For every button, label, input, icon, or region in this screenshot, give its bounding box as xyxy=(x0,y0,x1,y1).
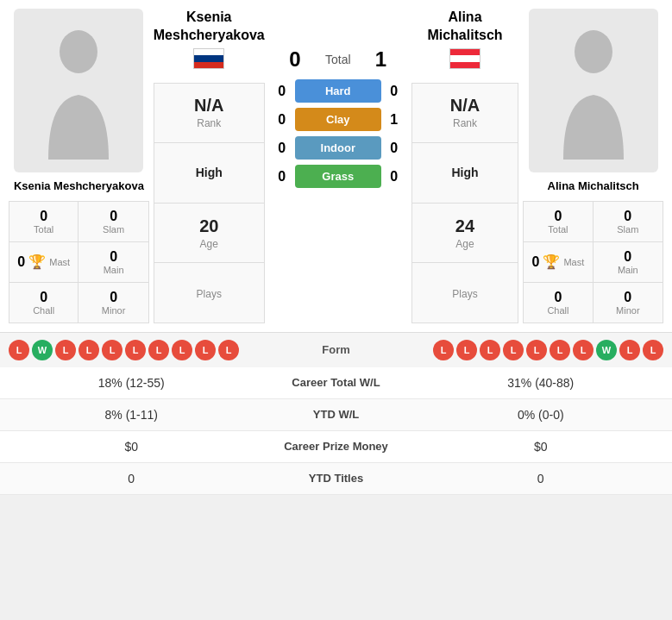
right-main-value: 0 xyxy=(597,249,659,265)
left-slam-label: Slam xyxy=(82,224,144,235)
left-slam-cell: 0 Slam xyxy=(79,201,148,242)
right-high-value: High xyxy=(451,166,478,179)
left-player-name: Ksenia Meshcheryakova xyxy=(14,179,144,194)
form-badge: L xyxy=(503,340,524,360)
stats-label-0: Career Total W/L xyxy=(250,376,423,389)
left-header-name: Ksenia Meshcheryakova xyxy=(154,9,265,45)
stats-left-0: 18% (12-55) xyxy=(13,376,250,390)
form-badge: L xyxy=(125,340,146,360)
right-total-cell: 0 Total xyxy=(523,201,593,242)
left-player-card: Ksenia Meshcheryakova 0 Total 0 Slam 0 🏆… xyxy=(9,9,149,323)
indoor-score-right: 0 xyxy=(381,141,407,156)
right-flag-container xyxy=(411,48,518,72)
left-minor-value: 0 xyxy=(82,290,144,305)
left-form-badges: LWLLLLLLLL xyxy=(9,340,239,360)
svg-point-0 xyxy=(60,30,97,73)
form-badge: L xyxy=(573,340,593,360)
right-player-name: Alina Michalitsch xyxy=(548,179,639,194)
left-chall-cell: 0 Chall xyxy=(9,283,79,323)
grass-score-right: 0 xyxy=(381,169,407,185)
right-chall-cell: 0 Chall xyxy=(523,283,593,323)
indoor-row: 0 Indoor 0 xyxy=(269,135,407,161)
left-age-label: Age xyxy=(200,238,218,250)
left-total-value: 0 xyxy=(13,209,74,224)
left-player-silhouette xyxy=(35,22,122,160)
right-age-value: 24 xyxy=(455,216,474,236)
form-badge: L xyxy=(195,340,216,360)
stats-right-2: $0 xyxy=(423,440,660,454)
right-total-value: 0 xyxy=(527,209,588,224)
form-badge: L xyxy=(619,340,640,360)
form-badge: L xyxy=(148,340,169,360)
right-mast-label: Mast xyxy=(563,257,584,267)
right-slam-cell: 0 Slam xyxy=(593,201,663,242)
stats-right-0: 31% (40-88) xyxy=(423,376,660,390)
hard-score-right: 0 xyxy=(381,84,407,99)
left-plays-box: Plays xyxy=(154,263,265,323)
left-main-label: Main xyxy=(82,265,144,275)
hard-score-left: 0 xyxy=(269,84,295,99)
stats-left-3: 0 xyxy=(13,472,250,485)
right-player-stats-grid: 0 Total 0 Slam 0 🏆 Mast 0 Main 0 xyxy=(523,201,663,323)
grass-row: 0 Grass 0 xyxy=(269,163,407,190)
right-main-label: Main xyxy=(597,265,659,275)
stats-table: 18% (12-55) Career Total W/L 31% (40-88)… xyxy=(0,367,672,495)
left-age-value: 20 xyxy=(199,216,218,236)
grass-score-left: 0 xyxy=(269,169,295,185)
center-scores: 0 Total 1 0 Hard 0 0 Clay 1 0 Indoor 0 xyxy=(269,9,407,323)
right-rank-label: Rank xyxy=(453,117,477,129)
right-header-name: Alina Michalitsch xyxy=(411,9,518,45)
clay-button[interactable]: Clay xyxy=(295,108,381,131)
right-chall-value: 0 xyxy=(527,290,588,305)
left-flag xyxy=(193,48,224,69)
total-row: 0 Total 1 xyxy=(269,43,407,76)
total-label: Total xyxy=(325,53,351,66)
top-area: Ksenia Meshcheryakova 0 Total 0 Slam 0 🏆… xyxy=(0,0,672,332)
form-badge: L xyxy=(526,340,547,360)
clay-row: 0 Clay 1 xyxy=(269,106,407,133)
right-mast-value: 0 xyxy=(532,254,540,270)
form-badge: L xyxy=(433,340,454,360)
left-rank-label: Rank xyxy=(197,117,221,129)
right-flag xyxy=(449,48,480,69)
grass-button[interactable]: Grass xyxy=(295,165,381,188)
right-slam-value: 0 xyxy=(597,209,659,224)
left-high-box: High xyxy=(154,143,265,204)
form-badge: L xyxy=(55,340,76,360)
left-mast-value: 0 xyxy=(17,254,25,270)
right-minor-value: 0 xyxy=(597,290,659,305)
left-chall-value: 0 xyxy=(13,290,74,305)
left-player-stats-grid: 0 Total 0 Slam 0 🏆 Mast 0 Main 0 xyxy=(9,201,149,323)
clay-score-left: 0 xyxy=(269,112,295,128)
right-plays-label: Plays xyxy=(452,288,477,300)
right-player-card: Alina Michalitsch 0 Total 0 Slam 0 🏆 Mas… xyxy=(523,9,663,323)
left-mast-label: Mast xyxy=(49,257,70,267)
indoor-score-left: 0 xyxy=(269,141,295,156)
form-badge: L xyxy=(9,340,29,360)
total-score-right: 1 xyxy=(368,47,394,72)
hard-button[interactable]: Hard xyxy=(295,79,381,103)
left-mast-cell: 0 🏆 Mast xyxy=(9,242,79,283)
stats-row: 18% (12-55) Career Total W/L 31% (40-88) xyxy=(0,367,672,399)
form-badge: L xyxy=(643,340,663,360)
right-plays-box: Plays xyxy=(411,263,518,323)
left-stats-panel: Ksenia Meshcheryakova N/A Rank High 20 A… xyxy=(154,9,265,323)
form-badge: L xyxy=(172,340,192,360)
right-chall-label: Chall xyxy=(527,305,588,316)
right-rank-value: N/A xyxy=(450,96,480,116)
right-high-box: High xyxy=(411,143,518,204)
stats-row: 8% (1-11) YTD W/L 0% (0-0) xyxy=(0,399,672,431)
indoor-button[interactable]: Indoor xyxy=(295,136,381,160)
form-badge: W xyxy=(32,340,53,360)
stats-right-1: 0% (0-0) xyxy=(423,408,660,422)
form-badge: W xyxy=(596,340,617,360)
left-chall-label: Chall xyxy=(13,305,74,316)
left-header-area: Ksenia Meshcheryakova xyxy=(154,9,265,83)
form-section: LWLLLLLLLL Form LLLLLLLWLL xyxy=(0,332,672,367)
form-badge: L xyxy=(456,340,477,360)
left-flag-container xyxy=(154,48,265,72)
right-age-label: Age xyxy=(455,238,474,250)
left-age-box: 20 Age xyxy=(154,204,265,264)
stats-left-2: $0 xyxy=(13,440,250,454)
stats-row: $0 Career Prize Money $0 xyxy=(0,431,672,463)
